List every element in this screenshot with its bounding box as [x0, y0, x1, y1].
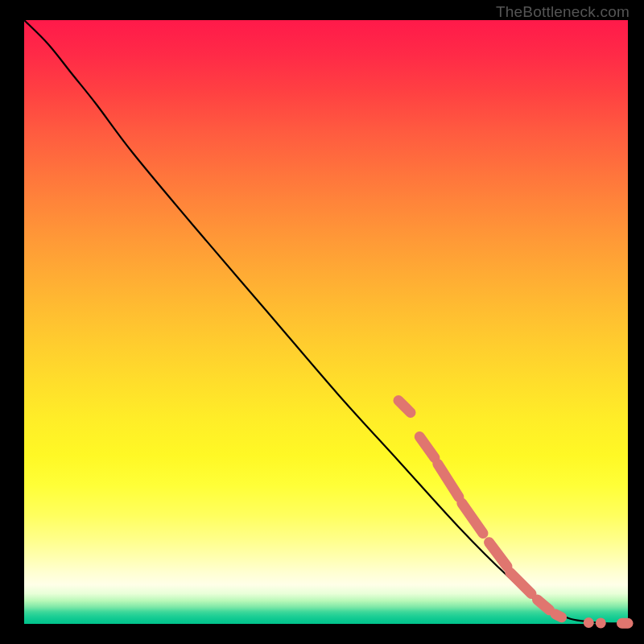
chart-svg: [24, 20, 628, 624]
marker-segment: [419, 437, 435, 458]
chart-container: TheBottleneck.com: [0, 0, 644, 644]
marker-segment: [555, 614, 562, 617]
marker-group: [398, 401, 628, 629]
marker-segment: [489, 543, 508, 567]
watermark-text: TheBottleneck.com: [496, 3, 630, 21]
marker-segment: [510, 572, 531, 593]
curve-line: [24, 20, 628, 623]
marker-dot: [584, 617, 594, 628]
plot-area: [24, 20, 628, 624]
marker-segment: [398, 401, 411, 413]
marker-segment: [462, 503, 483, 534]
marker-dot: [596, 617, 606, 628]
marker-segment: [438, 464, 459, 497]
marker-segment: [538, 600, 550, 610]
